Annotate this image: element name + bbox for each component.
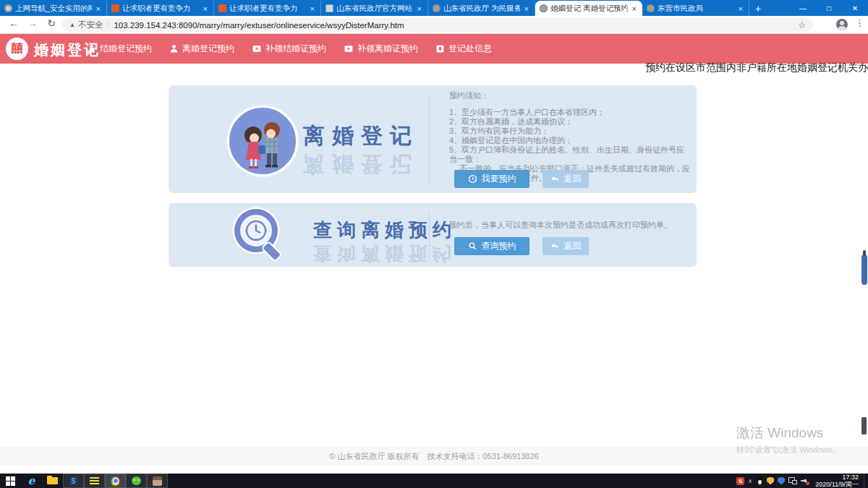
nav-item-marriage-booking[interactable]: 结婚登记预约 (87, 43, 152, 55)
button-label: 我要预约 (482, 173, 516, 185)
activate-windows-watermark: 激活 Windows 转到“设置”以激活 Windows。 (736, 424, 840, 455)
tab-close-icon[interactable]: × (523, 4, 530, 13)
s-app-icon: S (69, 476, 79, 486)
sogou-input-icon[interactable]: S (736, 477, 744, 485)
magnifier-clock-graphic (230, 206, 294, 265)
taskbar-chrome[interactable] (105, 474, 126, 488)
clock-icon (468, 174, 477, 184)
forward-icon[interactable]: → (25, 17, 41, 29)
person-app-icon (153, 476, 162, 486)
back-icon[interactable]: ← (6, 17, 22, 29)
nav-item-reissue-divorce-cert[interactable]: 补领离婚证预约 (344, 43, 418, 55)
tab-close-icon[interactable]: × (631, 4, 638, 13)
button-label: 查询预约 (482, 240, 516, 252)
query-description: 预约后，当事人可以查询本次预约是否成功或再次打印预约单。 (449, 220, 692, 231)
nav-item-label: 登记处信息 (448, 43, 492, 55)
nav-item-label: 补领结婚证预约 (265, 43, 326, 55)
return-arrow-icon (550, 241, 560, 251)
taskbar-notes-app[interactable] (84, 474, 105, 488)
site-logo: 囍 (6, 38, 28, 60)
tab-favicon (433, 4, 441, 12)
browser-menu-icon[interactable]: ⋮ (855, 17, 864, 28)
tab-close-icon[interactable]: × (416, 4, 423, 13)
back-button[interactable]: 返回 (542, 237, 589, 255)
tab-title: 让求职者更有竞争力 (122, 4, 199, 14)
tab-strip: 上网导航_安全实用的网址大全 × 让求职者更有竞争力 × 让求职者更有竞争力 ×… (0, 0, 767, 16)
tray-expand-icon[interactable]: ∧ (748, 478, 752, 484)
url-text[interactable]: 103.239.154.243:8090/marry/marry/extuser… (114, 21, 792, 30)
folder-icon (47, 477, 58, 484)
note-line: 1、至少须有一方当事人户口在本省辖区内； (449, 108, 692, 117)
office-building-icon (435, 44, 445, 53)
divorce-registration-card: 离婚登记 离婚登记 预约须知： 1、至少须有一方当事人户口在本省辖区内； 2、双… (169, 85, 697, 193)
maximize-button[interactable]: □ (816, 0, 842, 16)
tab-dongying-civil-affairs[interactable]: 东营市民政局 × (642, 1, 749, 16)
taskbar-s-app[interactable]: S (63, 474, 84, 488)
button-label: 返回 (564, 240, 582, 252)
couple-illustration (227, 106, 298, 176)
taskbar-ie[interactable]: e (21, 474, 42, 488)
tab-close-icon[interactable]: × (202, 4, 209, 13)
nav-item-office-info[interactable]: 登记处信息 (435, 43, 492, 55)
certificate-icon (344, 44, 354, 53)
taskbar-wechat[interactable] (126, 474, 147, 488)
muted-speaker-icon[interactable] (801, 477, 809, 484)
network-icon[interactable] (788, 477, 797, 484)
blue-shield-icon[interactable] (778, 477, 785, 485)
card-title-divorce: 离婚登记 离婚登记 (303, 121, 419, 151)
book-appointment-button[interactable]: 我要预约 (454, 170, 529, 188)
tab-close-icon[interactable]: × (737, 4, 744, 13)
show-desktop-button[interactable] (864, 474, 867, 488)
qq-icon[interactable] (756, 477, 763, 485)
tab-job-site-2[interactable]: 让求职者更有竞争力 × (214, 1, 321, 16)
clock-date: 2020/11/9/周一 (815, 481, 859, 488)
card-title-text: 查询离婚预约 (313, 219, 456, 241)
nav-item-label: 结婚登记预约 (100, 43, 152, 55)
yellow-shield-icon[interactable] (767, 477, 774, 485)
yellow-lines-icon (90, 477, 99, 484)
tab-nav-portal[interactable]: 上网导航_安全实用的网址大全 × (0, 1, 107, 16)
booking-notes: 预约须知： 1、至少须有一方当事人户口在本省辖区内； 2、双方自愿离婚，达成离婚… (449, 91, 692, 183)
magnifier-clock-illustration (230, 206, 294, 265)
tab-marriage-registration-active[interactable]: 婚姻登记 离婚登记预约 × (535, 1, 642, 16)
bookmark-star-icon[interactable]: ☆ (798, 20, 806, 30)
profile-avatar[interactable] (836, 19, 848, 30)
scrollbar-thumb[interactable] (861, 254, 867, 285)
tab-job-site-1[interactable]: 让求职者更有竞争力 × (107, 1, 214, 16)
scroll-handle[interactable] (861, 417, 867, 435)
card-title-reflection: 查询离婚预约 (313, 241, 456, 266)
card-divider (429, 94, 430, 184)
tab-title: 让求职者更有竞争力 (229, 4, 306, 14)
chrome-icon (111, 476, 120, 486)
ie-icon: e (28, 476, 35, 487)
close-button[interactable]: ✕ (842, 0, 868, 16)
window-controls: — □ ✕ (790, 0, 868, 16)
new-tab-button[interactable]: + (749, 1, 767, 16)
taskbar-clock[interactable]: 17:32 2020/11/9/周一 (815, 474, 859, 488)
not-secure-icon: ▲ (69, 22, 75, 28)
tab-civil-affairs-service[interactable]: 山东省民政厅 为民服务 × (428, 1, 535, 16)
nav-item-divorce-booking[interactable]: 离婚登记预约 (169, 43, 234, 55)
query-appointment-button[interactable]: 查询预约 (454, 237, 529, 255)
tab-favicon (4, 4, 12, 12)
button-label: 返回 (564, 173, 582, 185)
watermark-line1: 激活 Windows (736, 424, 840, 442)
note-line: 2、双方自愿离婚，达成离婚协议； (449, 117, 692, 127)
address-bar[interactable]: ▲ 不安全 103.239.154.243:8090/marry/marry/e… (62, 18, 813, 32)
tab-close-icon[interactable]: × (309, 4, 316, 13)
taskbar-person-app[interactable] (147, 474, 168, 488)
screen: 上网导航_安全实用的网址大全 × 让求职者更有竞争力 × 让求职者更有竞争力 ×… (0, 0, 868, 488)
taskbar-file-explorer[interactable] (42, 474, 63, 488)
minimize-button[interactable]: — (790, 0, 816, 16)
tab-favicon (326, 4, 333, 12)
nav-item-label: 离婚登记预约 (182, 43, 234, 55)
nav-item-reissue-marriage-cert[interactable]: 补领结婚证预约 (252, 43, 326, 55)
notice-marquee: 预约在设区市范围内非户籍所在地婚姻登记机关办 (645, 61, 868, 74)
start-button[interactable] (0, 474, 21, 488)
tab-civil-affairs-download[interactable]: 山东省民政厅官方网站 下载中心 × (321, 1, 428, 16)
back-button[interactable]: 返回 (542, 170, 589, 188)
tab-close-icon[interactable]: × (95, 4, 102, 13)
tab-title: 上网导航_安全实用的网址大全 (15, 4, 92, 14)
security-label[interactable]: 不安全 (78, 20, 103, 30)
reload-icon[interactable]: ↻ (43, 17, 59, 29)
